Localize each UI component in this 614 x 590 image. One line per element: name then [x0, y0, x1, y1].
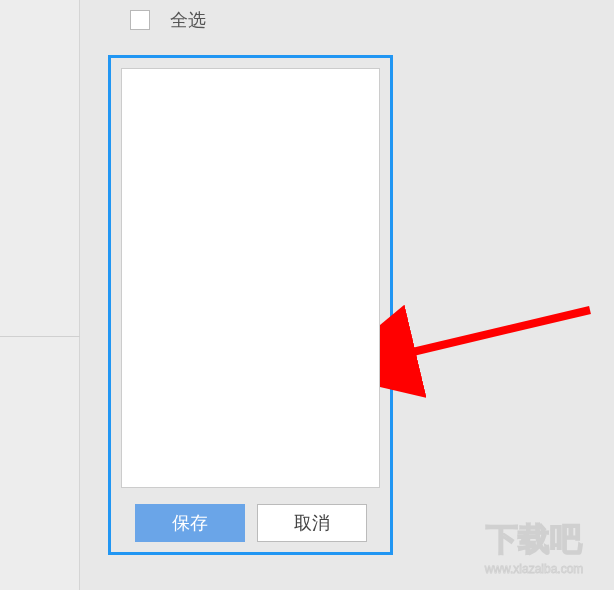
left-panel	[0, 0, 80, 590]
select-all-label: 全选	[170, 8, 206, 32]
cancel-button[interactable]: 取消	[257, 504, 367, 542]
select-all-checkbox[interactable]	[130, 10, 150, 30]
annotation-arrow-icon	[380, 300, 600, 420]
watermark: 下载吧 www.xiazaiba.com	[459, 515, 609, 585]
save-button[interactable]: 保存	[135, 504, 245, 542]
svg-text:www.xiazaiba.com: www.xiazaiba.com	[484, 562, 584, 576]
svg-text:下载吧: 下载吧	[485, 521, 583, 557]
left-panel-divider	[0, 336, 80, 337]
svg-line-1	[400, 310, 590, 355]
button-row: 保存 取消	[121, 504, 380, 542]
text-input[interactable]	[121, 68, 380, 488]
select-all-row: 全选	[130, 8, 206, 32]
editor-frame: 保存 取消	[108, 55, 393, 555]
